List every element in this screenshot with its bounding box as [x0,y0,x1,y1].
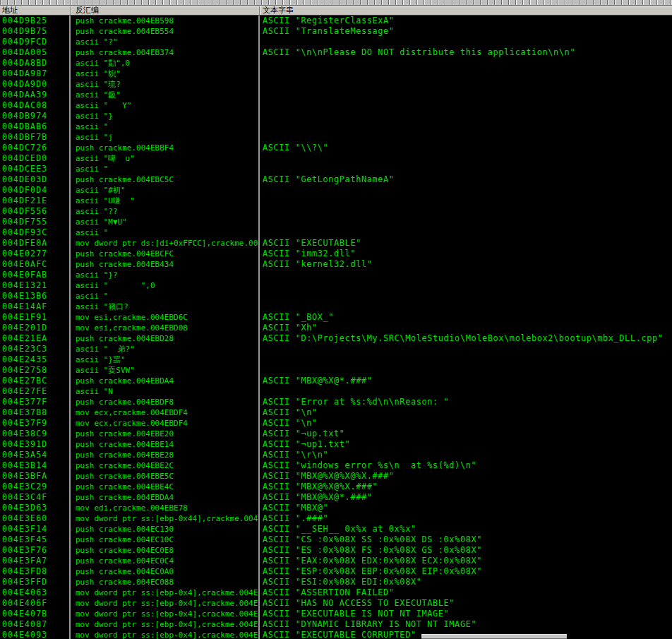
string-cell: ASCII "ES :0x%08X FS :0x%08X GS :0x%08X" [260,545,672,556]
table-row[interactable]: 004E0277 push crackme.004EBCFC ASCII "im… [0,249,672,259]
string-cell: ASCII "RegisterClassExA" [260,16,672,26]
table-row[interactable]: 004E2435 ascii "}噐" [0,354,672,365]
string-cell: ASCII "EXECUTABLE IS NOT NT IMAGE" [260,609,672,619]
string-cell: ASCII "MBX@%X@%X@%X.###" [260,471,672,482]
table-row[interactable]: 004E3B14 push crackme.004EBE2C ASCII "wi… [0,460,672,471]
address-cell: 004E2758 [0,365,71,376]
string-cell: ASCII "GetLongPathNameA" [260,174,672,185]
table-row[interactable]: 004E27FE ascii "N [0,386,672,397]
table-row[interactable]: 004E3C4F push crackme.004EBDA4 ASCII "MB… [0,492,672,503]
table-row[interactable]: 004E3FA7 push crackme.004EC0C4 ASCII "EA… [0,556,672,566]
table-row[interactable]: 004DAA39 ascii "鈒" [0,90,672,100]
table-row[interactable]: 004DC726 push crackme.004EBBF4 ASCII "\\… [0,143,672,153]
table-row[interactable]: 004E377F push crackme.004EBDF8 ASCII "Er… [0,397,672,407]
table-row[interactable]: 004E3F14 push crackme.004EC130 ASCII "__… [0,524,672,535]
table-row[interactable]: 004D9B75 push crackme.004EB554 ASCII "Tr… [0,26,672,37]
table-row[interactable]: 004DCEE3 ascii " [0,164,672,174]
table-row[interactable]: 004E13B6 ascii " [0,291,672,301]
table-row[interactable]: 004DF21E ascii "U嗛 " [0,196,672,206]
string-cell: ASCII "imm32.dll" [260,249,672,259]
address-cell: 004DFE0A [0,238,71,249]
address-cell: 004DF556 [0,206,71,217]
column-header-disassembly[interactable]: 反汇编 [71,6,260,15]
table-row[interactable]: 004DA9D0 ascii "琉? [0,79,672,90]
table-row[interactable]: 004DE03D push crackme.004EBC5C ASCII "Ge… [0,174,672,185]
address-cell: 004DE03D [0,174,71,185]
table-row[interactable]: 004E4063 mov dword ptr ss:[ebp-0x4],crac… [0,587,672,598]
table-row[interactable]: 004E1F91 mov esi,crackme.004EBD6C ASCII … [0,312,672,323]
table-row[interactable]: 004E3FFD push crackme.004EC088 ASCII "ES… [0,577,672,587]
disasm-cell: push crackme.004EC0A0 [71,566,260,577]
table-row[interactable]: 004DBF7B ascii "j [0,132,672,143]
string-cell: ASCII ".###" [260,513,672,524]
table-row[interactable]: 004E37B8 mov ecx,crackme.004EBDF4 ASCII … [0,407,672,418]
column-header-bar: 地址 反汇编 文本字串 [0,6,672,16]
table-row[interactable]: 004E37F9 mov ecx,crackme.004EBDF4 ASCII … [0,418,672,429]
string-cell: ASCII "ESP:0x%08X EBP:0x%08X EIP:0x%08X" [260,566,672,577]
table-row[interactable]: 004E14AF ascii "籟口? [0,301,672,312]
table-row[interactable]: 004E3F76 push crackme.004EC0E8 ASCII "ES… [0,545,672,556]
table-row[interactable]: 004D9FCD ascii "?" [0,37,672,47]
address-cell: 004E4063 [0,587,71,598]
table-row[interactable]: 004E38C9 push crackme.004EBE20 ASCII "¬u… [0,429,672,439]
table-row[interactable]: 004DBAB6 ascii " [0,121,672,132]
horizontal-scrollbar-fragment[interactable] [421,634,567,639]
table-row[interactable]: 004DF755 ascii "M▼U" [0,217,672,227]
table-row[interactable]: 004E406F mov dword ptr ss:[ebp-0x4],crac… [0,598,672,609]
column-header-text-string[interactable]: 文本字串 [260,6,672,15]
table-row[interactable]: 004E3FD8 push crackme.004EC0A0 ASCII "ES… [0,566,672,577]
address-cell: 004E27BC [0,376,71,386]
string-cell: ASCII "_BOX_" [260,312,672,323]
disasm-cell: ascii "} [71,111,260,121]
table-row[interactable]: 004E3BFA push crackme.004EBE5C ASCII "MB… [0,471,672,482]
disasm-cell: push crackme.004EB434 [71,259,260,270]
disasm-cell: mov dword ptr ss:[ebp-0x4],crackme.004E [71,630,260,639]
address-cell: 004DC726 [0,143,71,153]
disasm-cell: push crackme.004EBDA4 [71,492,260,503]
string-cell: ASCII "\r\n" [260,450,672,460]
table-row[interactable]: 004E0FAB ascii "}? [0,270,672,280]
table-row[interactable]: 004DA005 push crackme.004EB374 ASCII "\n… [0,47,672,58]
table-row[interactable]: 004E3F45 push crackme.004EC10C ASCII "CS… [0,535,672,545]
address-cell: 004E3E60 [0,513,71,524]
table-row[interactable]: 004E3D63 mov edi,crackme.004EBE78 ASCII … [0,503,672,513]
table-row[interactable]: 004E3A54 push crackme.004EBE28 ASCII "\r… [0,450,672,460]
table-row[interactable]: 004E0AFC push crackme.004EB434 ASCII "ke… [0,259,672,270]
table-row[interactable]: 004DFE0A mov dword ptr ds:[di+0xFFCC],cr… [0,238,672,249]
table-row[interactable]: 004E1321 ascii " ",0 [0,280,672,291]
address-cell: 004E1321 [0,280,71,291]
string-cell [260,132,672,143]
table-row[interactable]: 004E3C29 push crackme.004EBE4C ASCII "MB… [0,482,672,492]
address-cell: 004DBAB6 [0,121,71,132]
disasm-cell: push crackme.004EBC5C [71,174,260,185]
disasm-cell: ascii "籟口? [71,301,260,312]
table-row[interactable]: 004DF556 ascii "?? [0,206,672,217]
disasm-cell: mov dword ptr ss:[ebp-0x44],crackme.004E [71,513,260,524]
table-row[interactable]: 004E27BC push crackme.004EBDA4 ASCII "MB… [0,376,672,386]
table-row[interactable]: 004E23C3 ascii " 弟?" [0,344,672,354]
address-cell: 004D9B25 [0,16,71,26]
address-cell: 004E1F91 [0,312,71,323]
table-row[interactable]: 004DF93C ascii " [0,227,672,238]
table-row[interactable]: 004E4087 mov dword ptr ss:[ebp-0x4],crac… [0,619,672,630]
table-row[interactable]: 004E21EA push crackme.004EBD28 ASCII "D:… [0,333,672,344]
string-cell [260,386,672,397]
table-row[interactable]: 004E2758 ascii "耍SVW" [0,365,672,376]
table-row[interactable]: 004DB974 ascii "} [0,111,672,121]
table-row[interactable]: 004E4093 mov dword ptr ss:[ebp-0x4],crac… [0,630,672,639]
table-row[interactable]: 004E201D mov esi,crackme.004EBD08 ASCII … [0,323,672,333]
table-row[interactable]: 004E407B mov dword ptr ss:[ebp-0x4],crac… [0,609,672,619]
table-row[interactable]: 004DF0D4 ascii "#初" [0,185,672,196]
disasm-cell: ascii " 弟?" [71,344,260,354]
column-header-address[interactable]: 地址 [0,6,71,15]
table-row[interactable]: 004E391D push crackme.004EBE14 ASCII "¬u… [0,439,672,450]
disasm-cell: ascii " ",0 [71,280,260,291]
table-row[interactable]: 004DAC08 ascii " Y" [0,100,672,111]
table-row[interactable]: 004DA987 ascii "貎" [0,68,672,79]
disasm-cell: ascii "鈒" [71,90,260,100]
table-row[interactable]: 004DA8BD ascii "勩",0 [0,58,672,68]
table-row[interactable]: 004D9B25 push crackme.004EB598 ASCII "Re… [0,16,672,26]
table-row[interactable]: 004E3E60 mov dword ptr ss:[ebp-0x44],cra… [0,513,672,524]
string-cell: ASCII "windows error %s\n at %s(%d)\n" [260,460,672,471]
table-row[interactable]: 004DCED0 ascii "啤 u" [0,153,672,164]
